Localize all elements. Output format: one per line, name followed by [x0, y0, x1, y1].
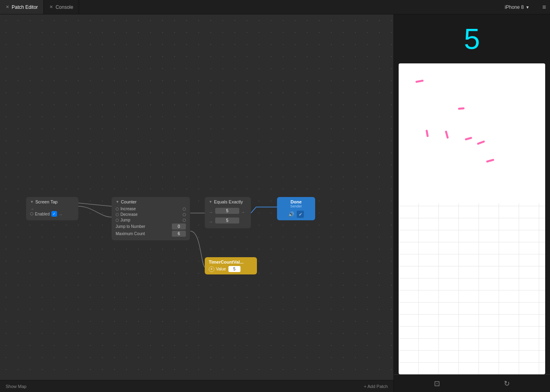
- screenshot-icon[interactable]: ⊡: [434, 379, 440, 388]
- timer-count-val-title: TimerCountVal...: [209, 260, 253, 264]
- pink-dash-4: [445, 130, 449, 139]
- counter-decrease-port: [116, 213, 119, 216]
- preview-grid: [399, 203, 545, 374]
- console-close-icon[interactable]: ✕: [49, 4, 53, 10]
- counter-jump-to-number-label: Jump to Number: [116, 224, 170, 229]
- chevron-down-icon: ▾: [526, 4, 529, 10]
- counter-number-display: 5: [394, 14, 550, 63]
- right-panel: 5 ⊡ ↻: [393, 14, 550, 392]
- counter-increase-port: [116, 207, 119, 211]
- counter-jump-out-port: [183, 219, 186, 222]
- console-tab[interactable]: ✕ Console: [44, 0, 79, 14]
- counter-decrease-row: Decrease: [116, 212, 186, 217]
- console-tab-label: Console: [55, 4, 73, 10]
- pink-dash-2: [458, 107, 464, 110]
- screen-tap-output-row: [30, 207, 74, 210]
- preview-bottom-bar: ⊡ ↻: [394, 374, 550, 392]
- screen-tap-enabled-checkbox[interactable]: ✓: [51, 211, 57, 217]
- add-patch-button[interactable]: + Add Patch: [364, 384, 388, 389]
- patch-editor-tab[interactable]: ✕ Patch Editor: [0, 0, 44, 14]
- counter-collapse-icon[interactable]: ▼: [116, 200, 119, 204]
- screen-tap-collapse-icon[interactable]: ▼: [30, 200, 34, 204]
- counter-jump-to-number-value[interactable]: 0: [172, 223, 186, 230]
- counter-increase-label: Increase: [120, 207, 181, 211]
- pink-dash-5: [465, 137, 473, 140]
- done-check-icon: ✓: [297, 211, 304, 218]
- screen-tap-enabled-label: Enabled: [35, 212, 50, 216]
- main-area: ▼ Screen Tap Enabled ✓ ▼ Counter Incr: [0, 14, 550, 392]
- equals-collapse-icon[interactable]: ▼: [209, 200, 212, 204]
- timer-plus-icon[interactable]: +: [209, 266, 214, 272]
- equals-out1-arrow-icon: [241, 209, 246, 213]
- rotate-icon[interactable]: ↻: [504, 379, 510, 388]
- device-label: iPhone 8: [505, 4, 524, 10]
- patch-canvas[interactable]: ▼ Screen Tap Enabled ✓ ▼ Counter Incr: [0, 14, 393, 392]
- screen-tap-output-arrow-icon: [30, 207, 35, 210]
- pink-dash-6: [477, 140, 485, 145]
- counter-title: Counter: [121, 199, 136, 204]
- equals-in1-row: 5: [209, 207, 247, 215]
- counter-jump-label: Jump: [120, 218, 181, 222]
- top-bar: ✕ Patch Editor ✕ Console iPhone 8 ▾ ≡: [0, 0, 550, 14]
- timer-value-row: + Value 5: [209, 266, 253, 272]
- done-subtitle: Sender: [281, 204, 311, 208]
- screen-tap-enabled-arrow-icon: [59, 212, 63, 215]
- timer-count-val-node: TimerCountVal... + Value 5: [205, 257, 257, 274]
- equals-exactly-node: ▼ Equals Exactly 5 5: [205, 197, 251, 228]
- done-sender-node: Done Sender 🔊 ✓: [277, 197, 315, 220]
- pink-dash-1: [416, 79, 424, 83]
- equals-exactly-title-row: ▼ Equals Exactly: [209, 199, 247, 204]
- iphone-preview: [399, 63, 545, 374]
- pink-dash-3: [426, 130, 429, 137]
- equals-value2[interactable]: 5: [215, 217, 239, 223]
- counter-max-count-row: Maximum Count 6: [116, 231, 186, 237]
- equals-in2-arrow-icon: [209, 219, 214, 222]
- screen-tap-title-row: ▼ Screen Tap: [30, 199, 74, 204]
- equals-value1[interactable]: 5: [215, 208, 239, 214]
- timer-value-display[interactable]: 5: [228, 266, 240, 272]
- patch-editor-close-icon[interactable]: ✕: [6, 4, 9, 10]
- counter-decrease-label: Decrease: [120, 212, 181, 217]
- done-title: Done: [281, 199, 311, 204]
- done-bottom-row: 🔊 ✓: [281, 211, 311, 218]
- speaker-icon: 🔊: [288, 211, 294, 217]
- equals-in1-arrow-icon: [209, 209, 214, 213]
- counter-jump-to-number-row: Jump to Number 0: [116, 223, 186, 230]
- equals-in2-row: 5: [209, 216, 247, 225]
- timer-value-label: Value: [216, 267, 226, 271]
- counter-decrease-out-port: [183, 213, 186, 216]
- counter-title-row: ▼ Counter: [116, 199, 186, 204]
- screen-tap-title: Screen Tap: [35, 199, 57, 204]
- menu-icon[interactable]: ≡: [538, 4, 550, 11]
- screen-tap-node: ▼ Screen Tap Enabled ✓: [26, 197, 78, 220]
- counter-jump-port: [116, 219, 119, 222]
- screen-tap-enabled-row: Enabled ✓: [30, 211, 74, 217]
- patch-editor-tab-label: Patch Editor: [12, 4, 38, 10]
- svg-line-2: [251, 207, 256, 213]
- counter-max-count-label: Maximum Count: [116, 232, 170, 236]
- counter-max-count-value[interactable]: 6: [172, 231, 186, 237]
- bottom-bar: Show Map + Add Patch: [0, 380, 393, 392]
- counter-increase-row: Increase: [116, 207, 186, 211]
- show-map-button[interactable]: Show Map: [6, 384, 26, 389]
- svg-line-0: [78, 203, 112, 206]
- pink-dash-7: [486, 158, 495, 162]
- screen-tap-enabled-port: [30, 212, 33, 215]
- equals-exactly-title: Equals Exactly: [214, 199, 243, 204]
- device-selector[interactable]: iPhone 8 ▾: [499, 4, 534, 10]
- counter-jump-row: Jump: [116, 218, 186, 222]
- counter-node: ▼ Counter Increase Decrease Jump: [112, 197, 190, 240]
- counter-increase-out-port: [183, 207, 186, 211]
